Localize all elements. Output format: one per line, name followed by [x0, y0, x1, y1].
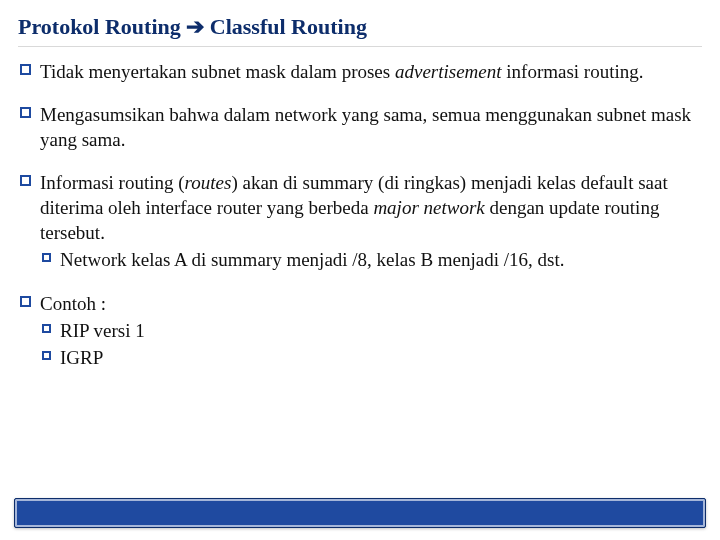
text-italic: advertisement	[395, 61, 502, 82]
bullet-list: Tidak menyertakan subnet mask dalam pros…	[18, 59, 702, 370]
bullet-item: Contoh : RIP versi 1 IGRP	[18, 291, 702, 370]
text: RIP versi 1	[60, 320, 145, 341]
text-italic: routes	[185, 172, 232, 193]
arrow-icon: ➔	[186, 14, 204, 39]
text: IGRP	[60, 347, 103, 368]
title-part1: Protokol Routing	[18, 14, 186, 39]
sub-list: Network kelas A di summary menjadi /8, k…	[40, 247, 702, 272]
bullet-item: Mengasumsikan bahwa dalam network yang s…	[18, 102, 702, 152]
text: Informasi routing (	[40, 172, 185, 193]
text: Mengasumsikan bahwa dalam network yang s…	[40, 104, 691, 150]
sub-item: Network kelas A di summary menjadi /8, k…	[40, 247, 702, 272]
footer-bar	[14, 498, 706, 528]
sub-item: IGRP	[40, 345, 702, 370]
text: Network kelas A di summary menjadi /8, k…	[60, 249, 564, 270]
text: informasi routing.	[502, 61, 644, 82]
text: Contoh :	[40, 293, 106, 314]
title-part2: Classful Routing	[204, 14, 367, 39]
title-wrap: Protokol Routing ➔ Classful Routing	[18, 14, 702, 47]
bullet-item: Tidak menyertakan subnet mask dalam pros…	[18, 59, 702, 84]
sub-item: RIP versi 1	[40, 318, 702, 343]
slide-title: Protokol Routing ➔ Classful Routing	[18, 14, 702, 40]
text-italic: major network	[373, 197, 484, 218]
text: Tidak menyertakan subnet mask dalam pros…	[40, 61, 395, 82]
sub-list: RIP versi 1 IGRP	[40, 318, 702, 370]
slide: Protokol Routing ➔ Classful Routing Tida…	[0, 0, 720, 540]
bullet-item: Informasi routing (routes) akan di summa…	[18, 170, 702, 272]
